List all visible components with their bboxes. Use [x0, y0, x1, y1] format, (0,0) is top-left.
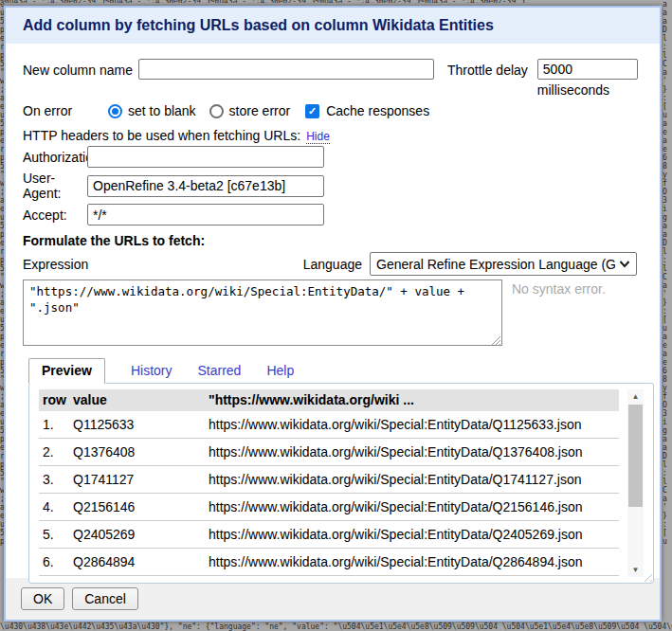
- on-error-label: On error: [23, 103, 108, 118]
- value-cell: Q1741127: [69, 466, 205, 494]
- row-number-cell: 6.: [39, 549, 69, 576]
- accept-row: Accept:: [23, 204, 652, 225]
- preview-table-body: 1.Q1125633https://www.wikidata.org/wiki/…: [39, 411, 619, 579]
- url-cell: https://www.wikidata.org/wiki/Special:En…: [205, 411, 619, 439]
- table-row: 2.Q1376408https://www.wikidata.org/wiki/…: [39, 439, 619, 466]
- row-number-cell: 7.: [39, 576, 69, 580]
- syntax-status-text: No syntax error.: [512, 279, 606, 297]
- set-to-blank-radio[interactable]: [108, 104, 122, 118]
- table-row: 7.Q2901201https://www.wikidata.org/wiki/…: [39, 576, 619, 580]
- url-cell: https://www.wikidata.org/wiki/Special:En…: [205, 521, 619, 549]
- chevron-down-icon: [619, 261, 630, 268]
- expression-textarea-wrap: "https://www.wikidata.org/wiki/Special:E…: [23, 279, 502, 349]
- dialog-body: New column name Throttle delay milliseco…: [6, 59, 660, 584]
- row-number-cell: 2.: [39, 439, 69, 466]
- cancel-button[interactable]: Cancel: [72, 587, 138, 610]
- new-column-row: New column name Throttle delay milliseco…: [23, 59, 652, 98]
- http-headers-label: HTTP headers to be used when fetching UR…: [23, 128, 300, 143]
- preview-scroll-area: row value "https://www.wikidata.org/wiki…: [39, 389, 619, 579]
- url-column-header: "https://www.wikidata.org/wiki ...: [205, 389, 619, 411]
- value-column-header: value: [69, 389, 205, 411]
- table-header-row: row value "https://www.wikidata.org/wiki…: [39, 389, 619, 411]
- table-row: 1.Q1125633https://www.wikidata.org/wiki/…: [39, 411, 619, 439]
- authorization-label: Authorization:: [23, 150, 87, 165]
- background-noise-top: ~0u43a'-"*;4.30e02-39'5~0u43a'-"*;4.30e0…: [0, 0, 672, 3]
- url-cell: https://www.wikidata.org/wiki/Special:En…: [205, 494, 619, 521]
- store-error-radio[interactable]: [209, 104, 224, 118]
- table-row: 3.Q1741127https://www.wikidata.org/wiki/…: [39, 466, 619, 494]
- row-number-cell: 4.: [39, 494, 69, 521]
- expression-language-row: Expression Language General Refine Expre…: [23, 252, 652, 276]
- row-number-cell: 1.: [39, 411, 69, 439]
- table-row: 6.Q2864894https://www.wikidata.org/wiki/…: [39, 549, 619, 576]
- language-select-value: General Refine Expression Language (GREL…: [376, 257, 615, 272]
- preview-panel: row value "https://www.wikidata.org/wiki…: [28, 383, 654, 584]
- row-number-cell: 3.: [39, 466, 69, 494]
- language-label: Language: [303, 257, 362, 272]
- tab-help[interactable]: Help: [266, 363, 294, 383]
- user-agent-input[interactable]: [87, 175, 324, 197]
- url-cell: https://www.wikidata.org/wiki/Special:En…: [205, 576, 619, 580]
- tab-history[interactable]: History: [131, 363, 173, 383]
- authorization-row: Authorization:: [23, 146, 652, 168]
- value-cell: Q1125633: [69, 411, 205, 439]
- table-row: 4.Q2156146https://www.wikidata.org/wiki/…: [39, 494, 619, 521]
- dialog-footer: OK Cancel: [6, 578, 660, 620]
- url-cell: https://www.wikidata.org/wiki/Special:En…: [205, 466, 619, 494]
- row-column-header: row: [39, 389, 69, 411]
- store-error-label[interactable]: store error: [229, 103, 291, 118]
- value-cell: Q2864894: [69, 549, 205, 576]
- tab-preview[interactable]: Preview: [28, 358, 105, 384]
- add-column-by-fetching-urls-dialog: Add column by fetching URLs based on col…: [4, 6, 662, 622]
- url-cell: https://www.wikidata.org/wiki/Special:En…: [205, 549, 619, 576]
- accept-label: Accept:: [23, 207, 87, 223]
- row-number-cell: 5.: [39, 521, 69, 549]
- dialog-title: Add column by fetching URLs based on col…: [6, 8, 660, 44]
- authorization-input[interactable]: [87, 146, 324, 168]
- cache-responses-label[interactable]: Cache responses: [326, 103, 429, 118]
- user-agent-row: User-Agent:: [23, 171, 652, 201]
- expression-editor-row: "https://www.wikidata.org/wiki/Special:E…: [23, 279, 652, 349]
- on-error-row: On error set to blank store error ✓ Cach…: [23, 103, 652, 118]
- hide-headers-link[interactable]: Hide: [306, 130, 330, 144]
- url-cell: https://www.wikidata.org/wiki/Special:En…: [205, 439, 619, 466]
- throttle-delay-label: Throttle delay: [447, 59, 528, 78]
- tab-bar: Preview History Starred Help: [28, 358, 652, 383]
- value-cell: Q2156146: [69, 494, 205, 521]
- user-agent-label: User-Agent:: [23, 171, 87, 201]
- preview-table: row value "https://www.wikidata.org/wiki…: [39, 389, 619, 579]
- value-cell: Q2405269: [69, 521, 205, 549]
- throttle-delay-input[interactable]: [537, 59, 638, 80]
- scrollbar-thumb[interactable]: [628, 405, 643, 507]
- background-noise-right: a a a D l : l C a ' } : [ u a e a e 6 8 …: [663, 0, 672, 631]
- expression-label: Expression: [23, 257, 88, 272]
- table-row: 5.Q2405269https://www.wikidata.org/wiki/…: [39, 521, 619, 549]
- new-column-name-label: New column name: [23, 59, 138, 78]
- value-cell: Q2901201: [69, 576, 205, 580]
- new-column-name-input[interactable]: [138, 59, 434, 80]
- cache-responses-checkbox[interactable]: ✓: [305, 104, 319, 118]
- preview-scrollbar[interactable]: ▲ ▼: [627, 389, 644, 577]
- formulate-urls-label: Formulate the URLs to fetch:: [23, 233, 652, 248]
- http-headers-row: HTTP headers to be used when fetching UR…: [23, 128, 652, 143]
- background-noise-bottom: \u430\u438\u43e\u442\u435\u43a\u430"}, "…: [0, 622, 672, 631]
- scrollbar-up-arrow-icon[interactable]: ▲: [627, 389, 644, 404]
- language-select[interactable]: General Refine Expression Language (GREL…: [370, 252, 637, 276]
- set-to-blank-label[interactable]: set to blank: [128, 103, 196, 118]
- throttle-wrap: milliseconds: [537, 59, 638, 98]
- expression-textarea[interactable]: "https://www.wikidata.org/wiki/Special:E…: [23, 279, 502, 346]
- value-cell: Q1376408: [69, 439, 205, 466]
- ok-button[interactable]: OK: [21, 587, 64, 610]
- accept-input[interactable]: [87, 204, 324, 225]
- tab-starred[interactable]: Starred: [198, 363, 242, 383]
- scrollbar-down-arrow-icon[interactable]: ▼: [627, 563, 644, 577]
- throttle-unit-label: milliseconds: [537, 82, 638, 98]
